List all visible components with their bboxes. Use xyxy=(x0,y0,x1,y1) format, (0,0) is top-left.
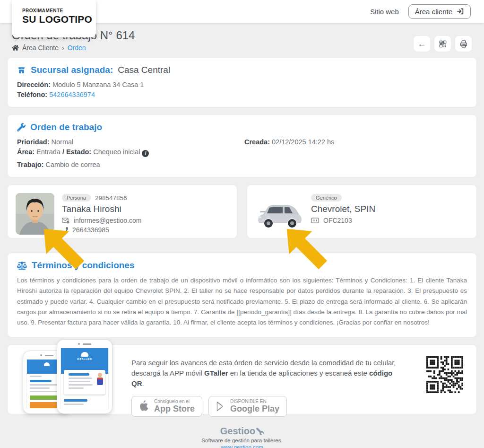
appstore-small-text: Consíguelo en el xyxy=(154,399,195,404)
appstore-big-text: App Store xyxy=(154,404,195,414)
vehiculo-nombre: Chevrolet, SPIN xyxy=(311,204,375,214)
app-promo-card: GTALLER xyxy=(7,344,477,414)
info-icon[interactable]: i xyxy=(142,150,149,157)
persona-telefono[interactable]: 2664336985 xyxy=(72,225,109,235)
google-play-button[interactable]: DISPONIBLE EN Google Play xyxy=(208,396,287,417)
persona-telefono-line: 2664336985 xyxy=(62,225,141,235)
sucursal-card: Sucursal asignada: Casa Central Direcció… xyxy=(7,57,477,107)
qr-icon xyxy=(439,40,447,48)
back-arrow-icon: ← xyxy=(417,39,426,48)
sign-in-icon xyxy=(457,8,464,15)
sucursal-value: Casa Central xyxy=(118,65,170,75)
orden-card: Orden de trabajo Prioridad: Normal Área:… xyxy=(7,114,477,177)
qr-button[interactable] xyxy=(434,35,451,52)
app-promo-text: Para seguir los avances de esta órden de… xyxy=(131,358,396,388)
persona-badge: Persona xyxy=(62,194,91,202)
gestioo-logo: Gestioo xyxy=(220,426,264,437)
area-cliente-button[interactable]: Área cliente xyxy=(408,4,471,19)
breadcrumb-separator: › xyxy=(62,44,64,52)
breadcrumb: Área Cliente › Orden xyxy=(12,44,135,52)
back-button[interactable]: ← xyxy=(413,35,431,52)
breadcrumb-orden[interactable]: Orden xyxy=(68,44,86,52)
qr-code xyxy=(426,356,463,393)
persona-photo xyxy=(16,193,54,235)
sitio-web-link[interactable]: Sitio web xyxy=(370,8,399,16)
footer-tagline: Software de gestión para talleres. xyxy=(7,438,477,443)
phone-mockups: GTALLER xyxy=(12,339,121,415)
envelope-check-icon xyxy=(62,218,69,224)
area-cliente-label: Área cliente xyxy=(415,8,452,16)
license-plate-icon xyxy=(311,218,319,223)
google-play-icon xyxy=(216,401,225,412)
footer: Gestioo Software de gestión para tallere… xyxy=(7,426,477,448)
store-icon xyxy=(17,66,26,74)
telefono-line: Teléfono: 542664336974 xyxy=(17,90,467,100)
persona-email-line: informes@gestioo.com xyxy=(62,216,141,225)
printer-icon xyxy=(459,40,468,48)
breadcrumb-area-cliente[interactable]: Área Cliente xyxy=(22,44,59,52)
vehiculo-badge: Genérico xyxy=(311,194,342,202)
vehiculo-card: Genérico Chevrolet, SPIN OFC2103 xyxy=(247,184,477,238)
phone-icon xyxy=(62,227,68,233)
prioridad-line: Prioridad: Normal xyxy=(17,137,240,147)
persona-nombre: Tanaka Hiroshi xyxy=(62,204,141,214)
vehiculo-patente-line: OFC2103 xyxy=(311,216,375,225)
header-actions: ← xyxy=(413,35,472,52)
footer-url[interactable]: www.gestioo.com xyxy=(7,444,477,448)
direccion-line: Dirección: Modulo 5 Manzana 34 Casa 1 xyxy=(17,80,467,90)
apple-icon xyxy=(139,400,149,413)
phone-mockup-right: GTALLER xyxy=(57,339,112,414)
home-icon xyxy=(12,44,19,51)
area-estado-line: Área: Entrada / Estado: Chequeo inicial … xyxy=(17,147,240,157)
creada-line: Creada: 02/12/2025 14:22 hs xyxy=(244,137,467,147)
sucursal-telefono-link[interactable]: 542664336974 xyxy=(49,91,95,98)
sucursal-title: Sucursal asignada: xyxy=(31,65,113,75)
googleplay-big-text: Google Play xyxy=(230,404,279,414)
logo-title: SU LOGOTIPO xyxy=(22,14,96,25)
balance-scale-icon xyxy=(17,262,27,270)
trabajo-line: Trabajo: Cambio de correa xyxy=(17,160,240,170)
vehiculo-foto xyxy=(255,201,303,232)
terminos-texto: Los términos y condiciones para la orden… xyxy=(17,275,467,328)
persona-id: 298547856 xyxy=(95,194,127,202)
workshop-logo: PROXIMAMENTE SU LOGOTIPO xyxy=(12,0,96,37)
googleplay-small-text: DISPONIBLE EN xyxy=(230,399,279,404)
terminos-title: Términos y condiciones xyxy=(32,260,135,271)
terminos-card: Términos y condiciones Los términos y co… xyxy=(7,253,477,337)
wrench-icon xyxy=(17,123,26,132)
persona-card: Persona 298547856 Tanaka Hiroshi informe… xyxy=(7,184,237,238)
direccion-value: Modulo 5 Manzana 34 Casa 1 xyxy=(52,81,144,88)
qr-code-svg xyxy=(426,356,463,393)
entities-row: Persona 298547856 Tanaka Hiroshi informe… xyxy=(7,184,477,238)
gestioo-wrench-icon xyxy=(256,428,264,435)
orden-title: Orden de trabajo xyxy=(30,122,102,132)
page-content: Orden de trabajo N° 614 Área Cliente › O… xyxy=(0,23,484,448)
vehiculo-patente: OFC2103 xyxy=(323,216,352,225)
app-store-button[interactable]: Consíguelo en el App Store xyxy=(131,396,202,417)
gtaller-app-logo: GTALLER xyxy=(77,358,92,360)
persona-email[interactable]: informes@gestioo.com xyxy=(74,216,141,225)
logo-subtitle: PROXIMAMENTE xyxy=(22,8,96,13)
print-button[interactable] xyxy=(455,35,472,52)
